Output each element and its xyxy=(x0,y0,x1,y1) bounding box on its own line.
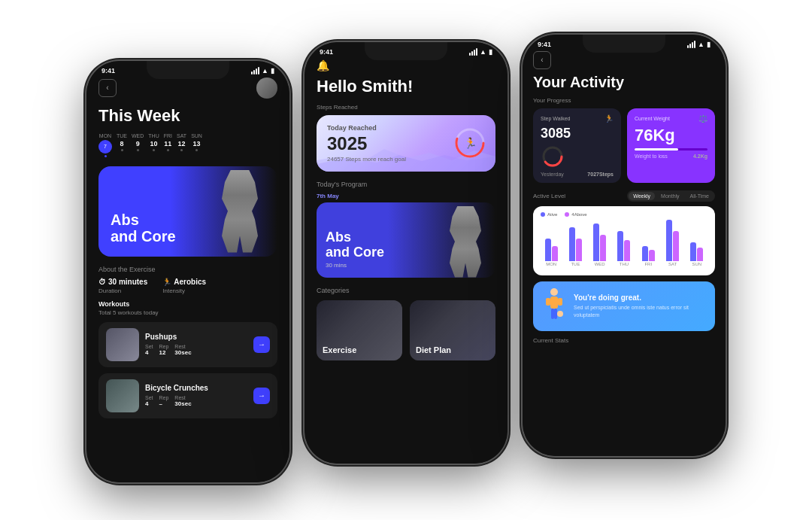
stat-set-2: Set 4 xyxy=(145,395,153,407)
phone-3-screen: 9:41 ▲ ▮ ‹ Yo xyxy=(523,35,726,456)
bar-blue-mon xyxy=(545,239,551,261)
program-hero[interactable]: Abs and Core 30 mins xyxy=(317,202,495,278)
stat-rest-2: Rest 30sec xyxy=(174,395,191,407)
time-2: 9:41 xyxy=(320,48,333,56)
program-date: 7th May xyxy=(317,193,495,199)
bar-col-sun: SUN xyxy=(686,220,707,266)
workout-info-2: Bicycle Crunches Set 4 Rep – xyxy=(145,384,247,407)
steps-card: Today Reached 3025 24657 Steps more reac… xyxy=(317,115,495,172)
current-stats-label: Current Stats xyxy=(533,337,715,344)
bar-purple-thu xyxy=(624,240,630,261)
svg-rect-10 xyxy=(554,309,557,319)
bar-label-thu: THU xyxy=(620,262,629,266)
workout-card-1[interactable]: Pushups Set 4 Rep 12 xyxy=(98,322,277,367)
bar-purple-mon xyxy=(552,246,558,261)
bar-purple-wed xyxy=(600,235,606,261)
program-label: Today's Program xyxy=(317,181,495,188)
back-button-3[interactable]: ‹ xyxy=(533,51,551,69)
weight-card-icon: ⚖️ xyxy=(698,114,707,123)
bar-pair-sat xyxy=(666,220,679,261)
page-title-1: This Week xyxy=(98,106,277,126)
tab-weekly[interactable]: Weekly xyxy=(629,192,655,200)
category-diet[interactable]: Diet Plan xyxy=(410,300,495,360)
wifi-icon-3: ▲ xyxy=(698,41,704,48)
hero-title: Abs and Core xyxy=(111,211,176,245)
steps-card-header: Step Walked 🏃 xyxy=(541,114,614,123)
workout-stats-2: Set 4 Rep – Rest 30sec xyxy=(145,395,247,407)
hero-text: Abs and Core xyxy=(111,211,176,245)
intensity-item: 🏃 Aerobics Intensity xyxy=(162,278,206,294)
weight-footer: Weight to loss 4.2Kg xyxy=(635,154,707,159)
svg-rect-6 xyxy=(550,296,558,309)
back-button-1[interactable]: ‹ xyxy=(98,79,117,97)
weight-to-lose-value: 4.2Kg xyxy=(693,154,707,159)
workout-name-1: Pushups xyxy=(145,333,247,341)
signal-icon-2 xyxy=(469,48,477,56)
steps-ring-chart xyxy=(541,144,614,172)
svg-rect-8 xyxy=(558,298,562,306)
day-num-sat: 12 xyxy=(178,140,186,147)
back-icon-3: ‹ xyxy=(541,56,543,64)
day-fri[interactable]: FRI 11 xyxy=(164,133,172,157)
about-row: ⏱ 30 minutes Duration 🏃 Aerobics Intensi… xyxy=(98,278,277,294)
legend-active: Ative xyxy=(541,212,557,217)
steps-main-value: 3085 xyxy=(541,126,614,141)
workout-thumb-pushup xyxy=(106,328,139,361)
day-sat[interactable]: SAT 12 xyxy=(177,133,186,157)
workout-name-2: Bicycle Crunches xyxy=(145,384,247,392)
week-row: MON 7 TUE 8 WED 9 THU xyxy=(98,133,277,157)
tab-monthly[interactable]: Monthly xyxy=(656,192,684,200)
day-num-mon: 7 xyxy=(98,140,112,154)
workout-card-2[interactable]: Bicycle Crunches Set 4 Rep – xyxy=(98,373,277,418)
notch-2 xyxy=(365,42,447,60)
day-label-fri: FRI xyxy=(164,133,172,138)
battery-icon-2: ▮ xyxy=(489,48,492,56)
phones-container: 9:41 ▲ ▮ ‹ xyxy=(0,0,812,520)
duration-value: ⏱ 30 minutes xyxy=(98,278,147,286)
weight-loss-bar xyxy=(635,148,707,151)
p3-header: ‹ xyxy=(533,51,715,69)
day-num-tue: 8 xyxy=(120,140,123,147)
bar-pair-fri xyxy=(642,220,655,261)
weight-loss-fill xyxy=(635,148,678,151)
bell-icon[interactable]: 🔔 xyxy=(317,59,329,71)
progress-section-label: Your Progress xyxy=(533,97,715,104)
bar-col-fri: FRI xyxy=(638,220,659,266)
notch-1 xyxy=(147,61,229,79)
day-num-thu: 10 xyxy=(150,140,158,147)
day-sun[interactable]: SUN 13 xyxy=(191,133,202,157)
bar-blue-sat xyxy=(666,220,672,261)
bar-label-tue: TUE xyxy=(571,262,580,266)
battery-icon-3: ▮ xyxy=(707,41,710,48)
day-label-sun: SUN xyxy=(191,133,202,138)
bar-pair-sun xyxy=(690,220,703,261)
day-tue[interactable]: TUE 8 xyxy=(117,133,127,157)
wifi-icon-2: ▲ xyxy=(480,48,486,56)
day-num-sun: 13 xyxy=(193,140,201,147)
day-dot-sun xyxy=(195,149,198,151)
day-thu[interactable]: THU 10 xyxy=(148,133,159,157)
bar-label-wed: WED xyxy=(595,262,605,266)
svg-point-11 xyxy=(557,311,563,317)
workouts-section: Workouts Total 5 workouts today Pushups … xyxy=(98,300,277,418)
workout-thumb-bicycle xyxy=(106,379,139,412)
category-exercise[interactable]: Exercise xyxy=(317,300,402,360)
cat-label-diet: Diet Plan xyxy=(416,345,451,354)
bar-col-mon: MON xyxy=(541,220,562,266)
arrow-btn-2[interactable]: → xyxy=(253,388,270,404)
bar-blue-tue xyxy=(569,227,575,261)
day-num-fri: 11 xyxy=(164,140,171,147)
steps-number: 3025 xyxy=(327,133,485,154)
intensity-label: Intensity xyxy=(162,287,206,294)
categories-row: Exercise Diet Plan xyxy=(317,300,495,360)
day-wed[interactable]: WED 9 xyxy=(132,133,144,157)
notch-3 xyxy=(583,35,665,53)
arrow-btn-1[interactable]: → xyxy=(253,336,270,353)
day-mon[interactable]: MON 7 xyxy=(98,133,112,157)
avatar-1[interactable] xyxy=(256,78,277,99)
tab-all-time[interactable]: All-Time xyxy=(686,192,714,200)
phone-2: 9:41 ▲ ▮ 🔔 Hello Smith! xyxy=(304,42,508,464)
svg-rect-9 xyxy=(551,309,554,319)
motivation-figure xyxy=(541,287,568,325)
greeting: Hello Smith! xyxy=(317,77,495,96)
